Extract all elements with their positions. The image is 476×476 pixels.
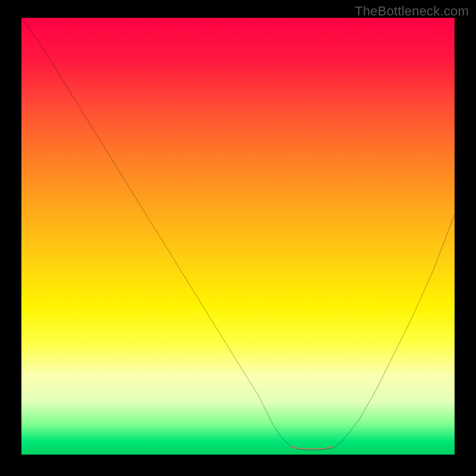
plot-area [21,18,455,455]
watermark-text: TheBottleneck.com [355,4,469,19]
chart-svg [21,18,455,455]
bottleneck-curve [21,18,455,450]
